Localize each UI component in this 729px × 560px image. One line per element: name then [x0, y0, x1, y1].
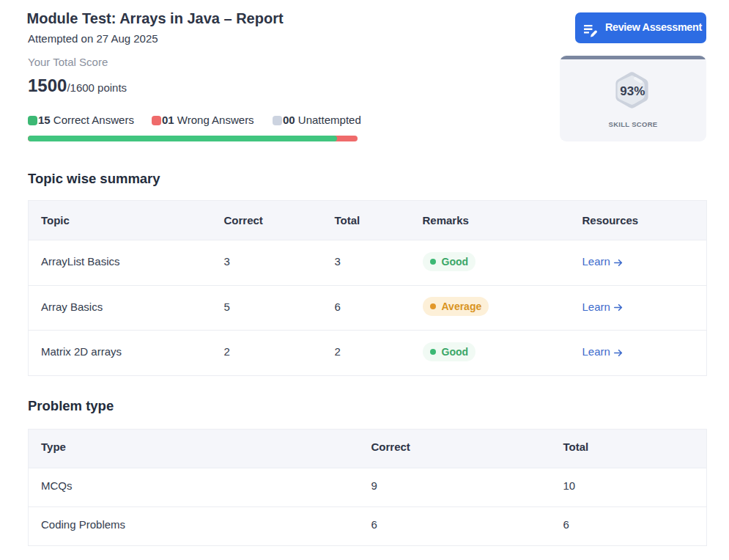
svg-text:93%: 93%: [620, 84, 645, 98]
